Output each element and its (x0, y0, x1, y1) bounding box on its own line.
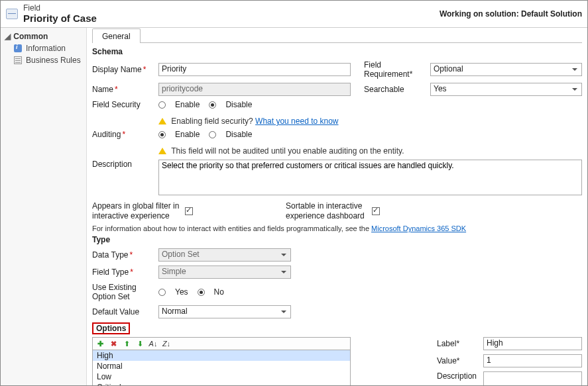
list-item[interactable]: Critical (93, 382, 350, 385)
field-security-enable-radio[interactable] (158, 101, 166, 109)
field-security-disable-radio[interactable] (209, 101, 216, 109)
label-option-description: Description (437, 371, 483, 381)
data-type-select: Option Set (158, 248, 291, 262)
list-item[interactable]: Normal (93, 361, 350, 371)
section-type: Type (92, 235, 582, 244)
window-header: Field Priority of Case Working on soluti… (1, 1, 587, 28)
auditing-hint: This field will not be audited until you… (158, 143, 404, 156)
label-field-security: Field Security (92, 100, 158, 109)
label-searchable: Searchable (364, 85, 404, 94)
label-option-label: Label (437, 339, 456, 348)
auditing-disable-radio[interactable] (209, 131, 216, 138)
default-value-select[interactable]: Normal (158, 305, 291, 318)
auditing-radios: Enable Disable (158, 130, 252, 139)
add-option-button[interactable]: ✚ (95, 339, 105, 348)
label-use-existing: Use Existing Option Set (92, 283, 158, 301)
page-title: Priority of Case (23, 13, 97, 24)
label-sortable-dashboard: Sortable in interactive experience dashb… (286, 201, 372, 220)
option-label-input[interactable]: High (483, 337, 582, 350)
description-input[interactable]: Select the priority so that preferred cu… (158, 160, 582, 195)
section-options: Options (92, 322, 130, 334)
label-name: Name (92, 85, 113, 94)
label-data-type: Data Type (92, 250, 128, 260)
label-field-requirement: Field Requirement (364, 60, 410, 79)
list-item[interactable]: High (93, 350, 350, 361)
sidebar-item-business-rules[interactable]: Business Rules (1, 54, 86, 66)
main-panel: General Schema Display Name* Priority Fi… (87, 28, 587, 385)
security-link[interactable]: What you need to know (255, 117, 338, 126)
sdk-hint: For information about how to interact wi… (92, 224, 582, 232)
appears-global-filter-checkbox[interactable] (185, 207, 193, 215)
sort-asc-button[interactable]: A↓ (148, 339, 158, 348)
rules-icon (14, 56, 22, 64)
label-appears-global-filter: Appears in global filter in interactive … (92, 201, 185, 220)
header-eyebrow: Field (23, 3, 97, 13)
field-type-select: Simple (158, 265, 291, 279)
use-existing-no-radio[interactable] (198, 289, 205, 296)
display-name-input[interactable]: Priority (158, 63, 351, 76)
solution-context: Working on solution: Default Solution (440, 9, 582, 19)
field-security-hint: Enabling field security? What you need t… (158, 113, 339, 126)
warning-icon (158, 144, 166, 154)
tab-general[interactable]: General (92, 28, 141, 43)
label-default-value: Default Value (92, 307, 158, 316)
auditing-enable-radio[interactable] (158, 131, 166, 138)
tree-collapse-icon[interactable]: ◢ (5, 32, 10, 41)
warning-icon (158, 114, 166, 124)
use-existing-radios: Yes No (158, 287, 224, 297)
sidebar-item-information[interactable]: Information (1, 42, 86, 54)
tab-strip: General (92, 28, 582, 43)
list-item[interactable]: Low (93, 371, 350, 382)
field-security-radios: Enable Disable (158, 100, 252, 109)
info-icon (14, 44, 22, 52)
searchable-select[interactable]: Yes (430, 83, 582, 96)
use-existing-yes-radio[interactable] (158, 289, 166, 296)
label-description: Description (92, 160, 158, 169)
move-up-button[interactable]: ⬆ (122, 339, 131, 348)
label-display-name: Display Name (92, 65, 142, 74)
field-requirement-select[interactable]: Optional (430, 63, 582, 76)
sidebar: ◢ Common Information Business Rules (1, 28, 87, 385)
delete-option-button[interactable]: ✖ (109, 339, 118, 348)
label-auditing: Auditing (92, 130, 121, 139)
label-field-type: Field Type (92, 267, 129, 277)
sdk-link[interactable]: Microsoft Dynamics 365 SDK (371, 224, 466, 232)
label-option-value: Value (437, 356, 457, 365)
option-description-input[interactable] (483, 371, 582, 385)
name-input: prioritycode (158, 83, 351, 96)
entity-icon (6, 9, 18, 19)
section-schema: Schema (92, 47, 582, 56)
sidebar-group-common[interactable]: ◢ Common (1, 30, 86, 42)
option-value-input[interactable]: 1 (483, 354, 582, 367)
sort-desc-button[interactable]: Z↓ (162, 339, 171, 348)
move-down-button[interactable]: ⬇ (135, 339, 145, 348)
sortable-dashboard-checkbox[interactable] (372, 207, 380, 215)
options-listbox[interactable]: High Normal Low Critical (92, 350, 351, 385)
options-toolbar: ✚ ✖ ⬆ ⬇ A↓ Z↓ (92, 337, 351, 350)
